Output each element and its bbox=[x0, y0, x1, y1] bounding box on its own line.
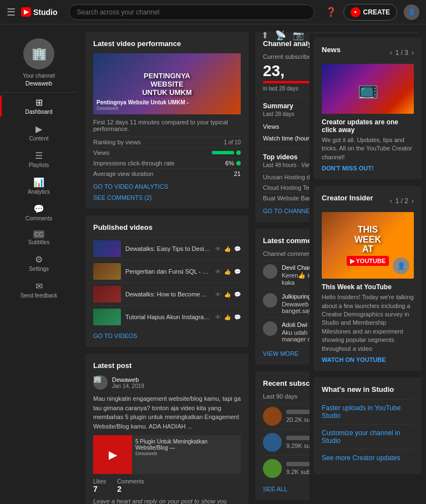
thumb-icon: 👍 bbox=[224, 246, 231, 252]
post-image-title: 5 Plugin Untuk Meningkatkan Website/Blog… bbox=[135, 439, 237, 451]
creator-insider-card: Creator Insider ‹ 1 / 2 › THISWEEKAT ▶ Y… bbox=[314, 186, 422, 371]
likes-label: Likes bbox=[93, 478, 106, 485]
analytics-label: Analytics bbox=[28, 189, 50, 195]
top-action-icons: ⬆ 📡 📷 bbox=[260, 29, 305, 42]
sidebar-item-settings[interactable]: ⚙ Settings bbox=[0, 250, 78, 276]
thumb-icon-4: 👍 bbox=[224, 314, 231, 320]
pub-video-3: Dewatalks: How to Become A Mobile... 👁 👍… bbox=[93, 283, 241, 305]
sidebar-item-feedback[interactable]: ✉ Send feedback bbox=[0, 276, 78, 303]
video-thumbnail: PENTINGNYAWEBSITEUNTUK UMKM Pentingnya W… bbox=[93, 53, 241, 114]
channel-avatar: 🏢 bbox=[23, 38, 54, 69]
comment-icon: 💬 bbox=[234, 246, 241, 252]
feedback-label: Send feedback bbox=[21, 293, 58, 299]
go-video-analytics-link[interactable]: GO TO VIDEO ANALYTICS bbox=[93, 183, 241, 190]
whats-new-item-1[interactable]: Faster uploads in YouTube Studio bbox=[322, 399, 414, 424]
news-nav: News ‹ 1 / 3 › bbox=[322, 46, 414, 59]
creator-video-title: This Week at YouTube bbox=[322, 283, 414, 291]
perf-comparison-text: First 12 days 11 minutes compared to you… bbox=[93, 119, 241, 132]
sidebar-item-content[interactable]: ▶ Content bbox=[0, 119, 78, 146]
hamburger-icon[interactable]: ☰ bbox=[7, 6, 16, 18]
comment-avatar-1 bbox=[263, 264, 277, 279]
watchtime-label: Watch time (hours) bbox=[263, 135, 315, 142]
content-icon: ▶ bbox=[36, 124, 42, 134]
sidebar-item-dashboard[interactable]: ⊞ Dashboard bbox=[0, 93, 78, 119]
left-column: Latest video performance PENTINGNYAWEBSI… bbox=[85, 32, 248, 504]
pub-title-1: Dewatalks: Easy Tips to Design Posts... bbox=[125, 245, 211, 252]
published-videos-card: Published videos Dewatalks: Easy Tips to… bbox=[85, 215, 248, 347]
duration-value: 21 bbox=[234, 170, 241, 177]
record-icon: ● bbox=[351, 7, 361, 17]
news-page: 1 / 3 bbox=[395, 49, 408, 57]
views-analytics-label: Views bbox=[263, 123, 279, 130]
latest-post-title: Latest post bbox=[93, 361, 241, 370]
views-row: Views bbox=[93, 147, 241, 158]
views-dot bbox=[236, 150, 241, 155]
watch-on-youtube-link[interactable]: WATCH ON YOUTUBE bbox=[322, 356, 414, 363]
views-value bbox=[212, 150, 241, 155]
subtitles-label: Subtitles bbox=[28, 239, 49, 245]
post-author: Dewaweb bbox=[112, 376, 144, 383]
whats-new-card: What's new in Studio Faster uploads in Y… bbox=[314, 377, 422, 474]
create-label: CREATE bbox=[363, 8, 390, 16]
sub-avatar-3 bbox=[263, 459, 282, 478]
dashboard-icon: ⊞ bbox=[36, 97, 43, 108]
creator-prev-arrow[interactable]: ‹ bbox=[390, 197, 392, 205]
news-article-desc: We got it all. Updates, tips and tricks.… bbox=[322, 136, 414, 162]
pub-thumb-1 bbox=[93, 240, 121, 257]
youtube-icon: ▶ bbox=[21, 7, 31, 17]
channel-info: 🏢 Your channel Dewaweb bbox=[0, 30, 78, 93]
news-card: News ‹ 1 / 3 › 📺 Creator updates are one… bbox=[314, 38, 422, 179]
settings-icon: ⚙ bbox=[35, 254, 43, 265]
eye-icon-4: 👁 bbox=[215, 314, 221, 320]
published-videos-title: Published videos bbox=[93, 223, 241, 231]
likes-value: 7 bbox=[93, 485, 106, 493]
comments-label: Comments bbox=[117, 478, 144, 485]
feedback-icon: ✉ bbox=[36, 281, 43, 291]
create-button[interactable]: ● CREATE bbox=[343, 4, 397, 21]
news-image-icon: 📺 bbox=[358, 79, 378, 99]
whats-new-title: What's new in Studio bbox=[322, 385, 414, 394]
ctr-dot bbox=[236, 161, 241, 165]
pub-video-2: Pengertian dan Funsi SQL - Dewaweb 👁 👍 💬 bbox=[93, 260, 241, 283]
upload-icon-button[interactable]: ⬆ bbox=[260, 29, 270, 42]
whats-new-item-2[interactable]: Customize your channel in Studio bbox=[322, 424, 414, 449]
go-videos-link[interactable]: GO TO VIDEOS bbox=[93, 332, 241, 339]
latest-video-title: Latest video performance bbox=[93, 39, 241, 48]
help-icon[interactable]: ❓ bbox=[326, 7, 337, 17]
topbar-left: ☰ ▶ Studio bbox=[7, 6, 58, 18]
live-icon-button[interactable]: 📡 bbox=[274, 29, 287, 42]
pub-thumb-3 bbox=[93, 286, 121, 303]
sidebar-item-subtitles[interactable]: CC Subtitles bbox=[0, 226, 78, 250]
content-label: Content bbox=[29, 135, 48, 142]
latest-video-card: Latest video performance PENTINGNYAWEBSI… bbox=[85, 32, 248, 209]
post-meta: Dewaweb Jan 14, 2019 bbox=[112, 376, 144, 389]
sidebar: 🏢 Your channel Dewaweb ⊞ Dashboard ▶ Con… bbox=[0, 24, 78, 504]
creator-thumbnail: THISWEEKAT ▶ YOUTUBE 👤 bbox=[322, 212, 414, 279]
sidebar-item-comments[interactable]: 💬 Comments bbox=[0, 199, 78, 226]
see-comments-link[interactable]: SEE COMMENTS (2) bbox=[93, 194, 241, 201]
pub-icons-1: 👁 👍 💬 bbox=[215, 246, 241, 252]
pub-video-4: Tutorial Hapus Akun Instagram Secar... 👁… bbox=[93, 305, 241, 328]
views-label: Views bbox=[93, 149, 109, 156]
creator-next-arrow[interactable]: › bbox=[412, 197, 414, 205]
search-input[interactable] bbox=[69, 4, 315, 20]
pub-icons-2: 👁 👍 💬 bbox=[215, 269, 241, 275]
sub-avatar-2 bbox=[263, 433, 282, 452]
youtube-text: ▶ YOUTUBE bbox=[350, 258, 386, 264]
news-prev-arrow[interactable]: ‹ bbox=[390, 49, 392, 57]
comment-avatar-3 bbox=[263, 321, 277, 336]
user-avatar[interactable]: 👤 bbox=[404, 4, 419, 20]
whats-new-item-3[interactable]: See more Creator updates bbox=[322, 449, 414, 466]
playlists-label: Playlists bbox=[29, 162, 49, 168]
news-next-arrow[interactable]: › bbox=[412, 49, 414, 57]
analytics-icon: 📊 bbox=[33, 177, 44, 188]
post-avatar: 🏢 bbox=[93, 375, 108, 390]
creator-page: 1 / 2 bbox=[395, 197, 408, 205]
sidebar-item-playlists[interactable]: ☰ Playlists bbox=[0, 146, 78, 173]
video-icon-button[interactable]: 📷 bbox=[292, 29, 305, 42]
news-nav-arrows: ‹ 1 / 3 › bbox=[390, 49, 414, 57]
pub-icons-3: 👁 👍 💬 bbox=[215, 291, 241, 298]
pub-icons-4: 👁 👍 💬 bbox=[215, 314, 241, 320]
news-article-link[interactable]: DON'T MISS OUT! bbox=[322, 165, 414, 172]
sidebar-item-analytics[interactable]: 📊 Analytics bbox=[0, 173, 78, 199]
